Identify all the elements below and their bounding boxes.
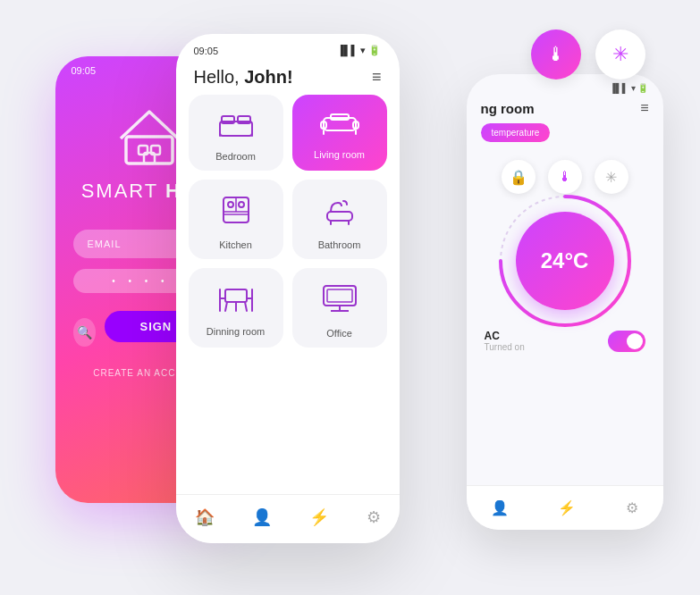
float-fan-button[interactable]: ✳ xyxy=(595,29,645,80)
right-room-name: ng room xyxy=(481,101,535,116)
room-card-kitchen[interactable]: Kitchen xyxy=(189,180,283,259)
right-room-header: ng room ≡ xyxy=(467,93,663,123)
svg-rect-20 xyxy=(327,212,352,221)
svg-point-17 xyxy=(239,202,244,207)
room-card-dinning-room[interactable]: Dinning room xyxy=(189,268,283,348)
ac-toggle[interactable] xyxy=(608,331,645,352)
ac-status: Turned on xyxy=(485,342,525,352)
svg-rect-23 xyxy=(225,289,247,302)
thermostat-circle[interactable]: 24°C xyxy=(516,212,614,310)
svg-line-24 xyxy=(225,302,227,311)
living-room-label: Living room xyxy=(314,149,365,160)
float-thermometer-button[interactable]: 🌡 xyxy=(531,29,581,80)
center-bottom-nav: 🏠 👤 ⚡ ⚙ xyxy=(176,494,400,543)
right-menu[interactable]: ≡ xyxy=(640,100,648,116)
ac-info: AC Turned on xyxy=(485,330,525,352)
greeting: Hello, John! xyxy=(194,67,293,88)
right-bottom-nav: 👤 ⚡ ⚙ xyxy=(467,485,663,530)
bedroom-label: Bedroom xyxy=(215,151,256,162)
bedroom-icon xyxy=(218,109,254,144)
bathroom-icon xyxy=(324,194,356,232)
svg-rect-34 xyxy=(327,289,352,302)
phone-center: 09:05 ▐▌▌ ▾ 🔋 Hello, John! ≡ Bedroom xyxy=(176,34,400,543)
svg-point-16 xyxy=(228,202,233,207)
left-time: 09:05 xyxy=(72,65,97,76)
room-card-bedroom[interactable]: Bedroom xyxy=(189,95,283,171)
room-card-office[interactable]: Office xyxy=(292,268,387,348)
room-card-living-room[interactable]: Living room xyxy=(292,95,387,171)
office-label: Office xyxy=(326,328,352,339)
rooms-grid: Bedroom Living room xyxy=(176,95,400,348)
kitchen-label: Kitchen xyxy=(219,239,252,250)
center-time: 09:05 xyxy=(194,46,219,56)
nav-home[interactable]: 🏠 xyxy=(195,507,215,527)
right-nav-profile[interactable]: 👤 xyxy=(491,499,509,516)
svg-line-25 xyxy=(245,302,247,311)
right-signal: ▐▌▌ ▾ 🔋 xyxy=(610,83,649,93)
right-nav-lightning[interactable]: ⚡ xyxy=(558,499,576,516)
svg-rect-0 xyxy=(126,137,173,163)
thermostat-wrap: 24°C xyxy=(467,212,663,310)
kitchen-icon xyxy=(220,194,252,232)
center-signal: ▐▌▌ ▾ 🔋 xyxy=(337,45,382,56)
bathroom-label: Bathroom xyxy=(318,239,361,250)
nav-settings[interactable]: ⚙ xyxy=(367,507,381,527)
center-status-bar: 09:05 ▐▌▌ ▾ 🔋 xyxy=(176,34,400,56)
temperature-display: 24°C xyxy=(541,248,589,273)
dinning-room-icon xyxy=(216,282,256,319)
menu-button[interactable]: ≡ xyxy=(372,68,382,87)
svg-rect-18 xyxy=(223,212,249,214)
search-icon[interactable]: 🔍 xyxy=(73,318,96,347)
tab-bar: temperature xyxy=(467,123,663,151)
center-header: Hello, John! ≡ xyxy=(176,56,400,95)
temperature-tab[interactable]: temperature xyxy=(481,123,551,142)
floating-icons: 🌡 ✳ xyxy=(531,29,645,80)
nav-profile[interactable]: 👤 xyxy=(252,507,272,527)
office-icon xyxy=(320,282,359,321)
room-card-bathroom[interactable]: Bathroom xyxy=(292,180,387,259)
nav-lightning[interactable]: ⚡ xyxy=(309,507,329,527)
right-nav-settings[interactable]: ⚙ xyxy=(626,499,638,516)
phone-right: ▐▌▌ ▾ 🔋 ng room ≡ temperature 🔒 🌡 ✳ 24°C xyxy=(467,74,663,530)
living-room-icon xyxy=(320,109,359,142)
dinning-room-label: Dinning room xyxy=(207,326,265,337)
